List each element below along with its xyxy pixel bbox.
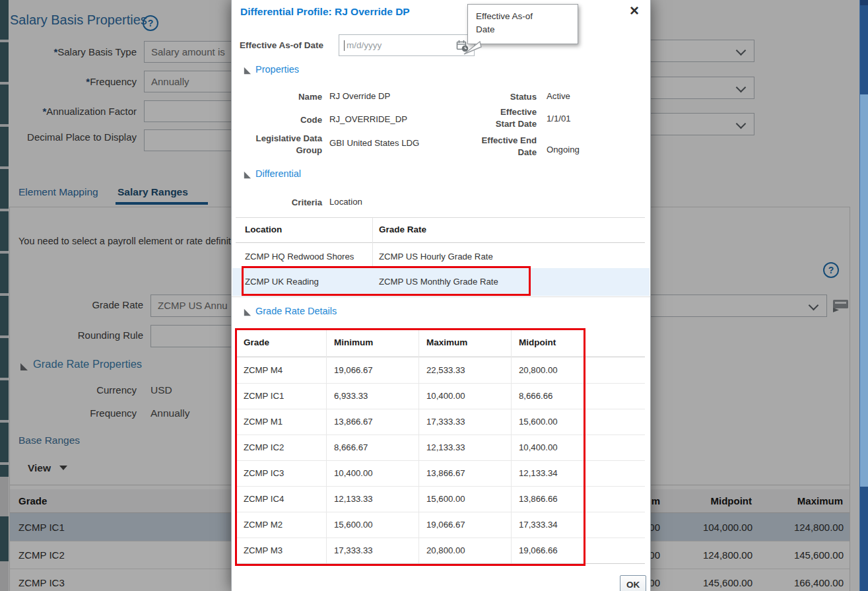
scrollbar-end-cap bbox=[860, 0, 868, 5]
effective-start-label: Effective Start Date bbox=[493, 106, 537, 130]
location-table-top-border bbox=[236, 217, 645, 218]
application-screen: Salary Basis Properties ? *Salary Basis … bbox=[0, 0, 868, 591]
ok-button[interactable]: OK bbox=[620, 575, 646, 591]
status-value: Active bbox=[547, 91, 570, 101]
column-header-location[interactable]: Location bbox=[245, 225, 282, 234]
section-grade-rate-details[interactable]: Grade Rate Details bbox=[255, 306, 337, 316]
criteria-value: Location bbox=[329, 197, 362, 207]
cell-grade-rate: ZCMP US Hourly Grade Rate bbox=[379, 252, 493, 261]
effective-end-label: Effective End Date bbox=[479, 135, 537, 158]
text-cursor bbox=[344, 40, 345, 51]
status-label: Status bbox=[476, 91, 537, 103]
scrollbar-lower-segment bbox=[860, 487, 868, 591]
disclosure-triangle-icon[interactable] bbox=[242, 170, 251, 180]
effective-start-value: 1/1/01 bbox=[547, 114, 571, 123]
scrollbar-track[interactable] bbox=[859, 0, 868, 591]
column-header-grade-rate[interactable]: Grade Rate bbox=[379, 225, 426, 234]
annotation-box-grade-rate-details bbox=[235, 328, 585, 566]
name-value: RJ Override DP bbox=[329, 91, 390, 101]
criteria-label: Criteria bbox=[232, 197, 322, 209]
section-properties[interactable]: Properties bbox=[255, 64, 299, 75]
code-label: Code bbox=[232, 114, 322, 126]
scrollbar-thumb[interactable] bbox=[860, 5, 868, 94]
location-table-bottom-border bbox=[232, 296, 650, 297]
tooltip-caret bbox=[463, 41, 483, 55]
disclosure-triangle-icon[interactable] bbox=[242, 66, 251, 75]
effective-date-label: Effective As-of Date bbox=[240, 40, 332, 52]
annotation-box-selected-location-row bbox=[242, 266, 531, 296]
tooltip-text: Effective As-of Date bbox=[476, 11, 533, 34]
dialog-title: Differential Profile: RJ Override DP bbox=[240, 6, 410, 18]
effective-date-input[interactable]: m/d/yyyy bbox=[339, 34, 475, 56]
name-label: Name bbox=[232, 91, 322, 103]
tooltip: Effective As-of Date bbox=[467, 4, 578, 44]
ldg-label: Legislative Data Group bbox=[232, 133, 322, 156]
ldg-value: GBI United States LDG bbox=[329, 138, 419, 148]
effective-end-value: Ongoing bbox=[547, 145, 580, 155]
close-icon[interactable]: × bbox=[626, 1, 642, 18]
cell-location: ZCMP HQ Redwood Shores bbox=[245, 252, 354, 261]
section-differential[interactable]: Differential bbox=[255, 168, 301, 179]
effective-date-placeholder: m/d/yyyy bbox=[347, 35, 382, 55]
disclosure-triangle-icon[interactable] bbox=[242, 308, 251, 317]
code-value: RJ_OVERRIDE_DP bbox=[329, 114, 407, 124]
